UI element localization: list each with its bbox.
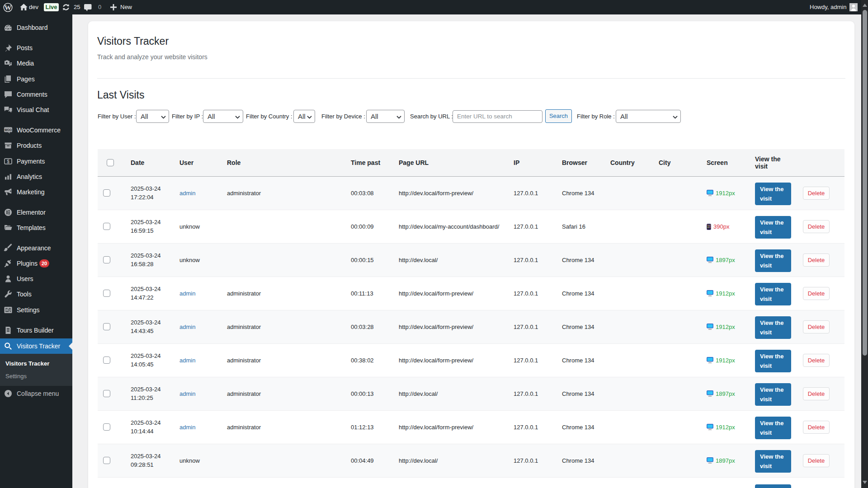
svg-text:WOO: WOO [5, 128, 12, 131]
svg-text:$: $ [7, 159, 9, 164]
svg-text:W: W [5, 4, 12, 11]
